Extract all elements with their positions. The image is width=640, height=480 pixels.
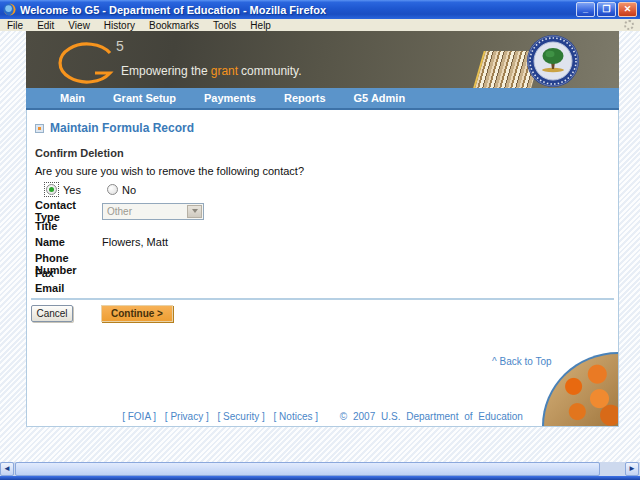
page-viewport: 5 Empowering thegrantcommunity. Main Gra… [0,31,640,462]
menu-file[interactable]: File [0,20,30,31]
footer-copyright: © 2007 U.S. Department of Education [340,411,523,422]
page-footer: [ FOIA ] [ Privacy ] [ Security ] [ Noti… [27,411,618,422]
section-heading: Confirm Deletion [35,147,124,159]
chevron-down-icon [187,205,202,218]
menu-bookmarks[interactable]: Bookmarks [142,20,206,31]
title-label: Title [35,220,102,232]
scrollbar-thumb[interactable] [15,462,600,476]
restore-button[interactable]: ❐ [597,2,616,17]
divider [31,298,614,300]
close-button[interactable]: ✕ [618,2,637,17]
field-email: Email [35,282,102,294]
confirm-question: Are you sure you wish to remove the foll… [35,165,304,177]
throbber-icon [624,20,634,30]
nav-payments[interactable]: Payments [204,92,256,104]
radio-yes-label: Yes [63,184,81,196]
window-title: Welcome to G5 - Department of Education … [20,4,574,16]
contact-type-select[interactable]: Other [102,203,204,220]
confirm-radio-group: Yes No [44,182,136,197]
scroll-right-button[interactable]: ► [625,462,639,476]
window-bottom-border [0,476,640,480]
field-name: Name Flowers, Matt [35,236,168,248]
continue-button[interactable]: Continue > [101,305,173,322]
nav-main[interactable]: Main [60,92,85,104]
education-seal-icon [526,34,580,88]
tagline-pre: Empowering the [121,64,208,78]
radio-focus-box [44,182,59,197]
cancel-button[interactable]: Cancel [31,305,73,322]
back-to-top-link[interactable]: ^ Back to Top [492,356,552,367]
nav-grant-setup[interactable]: Grant Setup [113,92,176,104]
field-title: Title [35,220,102,232]
main-navbar: Main Grant Setup Payments Reports G5 Adm… [26,88,619,110]
page-title-row: Maintain Formula Record [35,121,194,135]
radio-no-group: No [107,184,136,196]
browser-menubar: File Edit View History Bookmarks Tools H… [0,19,640,31]
menu-view[interactable]: View [61,20,97,31]
footer-link-security[interactable]: [ Security ] [218,411,265,422]
page-title: Maintain Formula Record [50,121,194,135]
tagline-post: community. [241,64,301,78]
footer-link-notices[interactable]: [ Notices ] [274,411,318,422]
contact-type-value: Other [107,206,132,217]
minimize-button[interactable]: _ [576,2,595,17]
name-label: Name [35,236,102,248]
email-label: Email [35,282,102,294]
fax-label: Fax [35,267,102,279]
window-titlebar: Welcome to G5 - Department of Education … [0,0,640,19]
page-content: 5 Empowering thegrantcommunity. Main Gra… [26,31,619,427]
footer-link-privacy[interactable]: [ Privacy ] [165,411,209,422]
main-panel: Maintain Formula Record Confirm Deletion… [26,110,619,427]
g5-logo-sup: 5 [116,38,124,54]
menu-help[interactable]: Help [243,20,278,31]
banner-tagline: Empowering thegrantcommunity. [121,64,302,78]
nav-g5-admin[interactable]: G5 Admin [354,92,406,104]
scroll-left-button[interactable]: ◄ [0,462,14,476]
name-value: Flowers, Matt [102,236,168,248]
bullet-icon [35,124,44,133]
menu-tools[interactable]: Tools [206,20,243,31]
field-fax: Fax [35,267,102,279]
radio-no-label: No [122,184,136,196]
tagline-grant: grant [208,64,241,78]
footer-link-foia[interactable]: [ FOIA ] [122,411,156,422]
nav-reports[interactable]: Reports [284,92,326,104]
radio-no[interactable] [107,184,118,195]
horizontal-scrollbar[interactable]: ◄ ► [0,462,640,476]
radio-yes[interactable] [46,184,57,195]
firefox-icon [3,3,16,16]
menu-edit[interactable]: Edit [30,20,61,31]
g5-banner: 5 Empowering thegrantcommunity. [26,31,619,88]
menu-history[interactable]: History [97,20,142,31]
